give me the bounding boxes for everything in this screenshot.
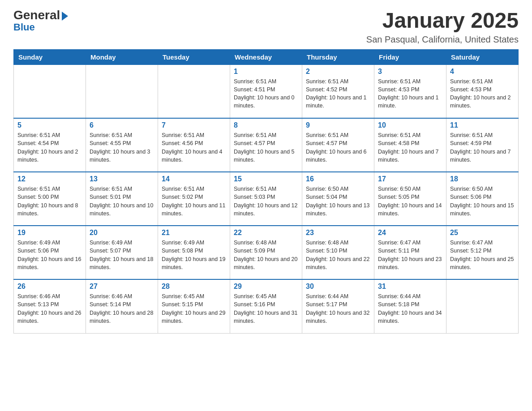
col-saturday: Saturday	[446, 49, 519, 64]
calendar-header-row: Sunday Monday Tuesday Wednesday Thursday…	[14, 49, 519, 64]
day-number: 1	[234, 68, 298, 76]
table-row: 9Sunrise: 6:51 AM Sunset: 4:57 PM Daylig…	[302, 118, 374, 172]
table-row: 16Sunrise: 6:50 AM Sunset: 5:04 PM Dayli…	[302, 172, 374, 226]
table-row: 19Sunrise: 6:49 AM Sunset: 5:06 PM Dayli…	[14, 226, 86, 279]
day-info: Sunrise: 6:51 AM Sunset: 4:59 PM Dayligh…	[450, 131, 515, 164]
table-row: 2Sunrise: 6:51 AM Sunset: 4:52 PM Daylig…	[302, 64, 374, 118]
day-number: 8	[234, 121, 298, 129]
day-number: 4	[450, 68, 515, 76]
day-number: 3	[378, 68, 442, 76]
col-friday: Friday	[374, 49, 446, 64]
calendar-week-row: 1Sunrise: 6:51 AM Sunset: 4:51 PM Daylig…	[14, 64, 519, 118]
table-row: 30Sunrise: 6:44 AM Sunset: 5:17 PM Dayli…	[302, 279, 374, 333]
day-info: Sunrise: 6:47 AM Sunset: 5:12 PM Dayligh…	[450, 239, 515, 271]
day-info: Sunrise: 6:51 AM Sunset: 4:57 PM Dayligh…	[234, 131, 298, 164]
day-info: Sunrise: 6:48 AM Sunset: 5:09 PM Dayligh…	[234, 239, 298, 271]
day-number: 29	[234, 283, 298, 291]
table-row: 22Sunrise: 6:48 AM Sunset: 5:09 PM Dayli…	[230, 226, 302, 279]
table-row: 5Sunrise: 6:51 AM Sunset: 4:54 PM Daylig…	[14, 118, 86, 172]
table-row: 31Sunrise: 6:44 AM Sunset: 5:18 PM Dayli…	[374, 279, 446, 333]
table-row: 18Sunrise: 6:50 AM Sunset: 5:06 PM Dayli…	[446, 172, 519, 226]
day-info: Sunrise: 6:51 AM Sunset: 4:56 PM Dayligh…	[162, 131, 226, 164]
table-row: 1Sunrise: 6:51 AM Sunset: 4:51 PM Daylig…	[230, 64, 302, 118]
table-row: 3Sunrise: 6:51 AM Sunset: 4:53 PM Daylig…	[374, 64, 446, 118]
day-number: 21	[162, 229, 226, 237]
day-info: Sunrise: 6:51 AM Sunset: 5:00 PM Dayligh…	[17, 185, 82, 218]
table-row	[86, 64, 158, 118]
day-info: Sunrise: 6:46 AM Sunset: 5:13 PM Dayligh…	[17, 292, 82, 325]
table-row: 28Sunrise: 6:45 AM Sunset: 5:15 PM Dayli…	[158, 279, 230, 333]
day-number: 6	[90, 121, 154, 129]
calendar-week-row: 19Sunrise: 6:49 AM Sunset: 5:06 PM Dayli…	[14, 226, 519, 279]
day-number: 5	[17, 121, 82, 129]
location-subtitle: San Pasqual, California, United States	[366, 34, 519, 45]
table-row: 8Sunrise: 6:51 AM Sunset: 4:57 PM Daylig…	[230, 118, 302, 172]
day-info: Sunrise: 6:45 AM Sunset: 5:15 PM Dayligh…	[162, 292, 226, 325]
day-info: Sunrise: 6:51 AM Sunset: 4:54 PM Dayligh…	[17, 131, 82, 164]
table-row: 11Sunrise: 6:51 AM Sunset: 4:59 PM Dayli…	[446, 118, 519, 172]
day-number: 18	[450, 175, 515, 183]
day-info: Sunrise: 6:51 AM Sunset: 4:52 PM Dayligh…	[306, 77, 370, 110]
day-number: 20	[90, 229, 154, 237]
day-number: 30	[306, 283, 370, 291]
calendar-week-row: 5Sunrise: 6:51 AM Sunset: 4:54 PM Daylig…	[14, 118, 519, 172]
logo: General Blue	[13, 9, 68, 32]
table-row: 21Sunrise: 6:49 AM Sunset: 5:08 PM Dayli…	[158, 226, 230, 279]
table-row: 24Sunrise: 6:47 AM Sunset: 5:11 PM Dayli…	[374, 226, 446, 279]
table-row: 12Sunrise: 6:51 AM Sunset: 5:00 PM Dayli…	[14, 172, 86, 226]
day-info: Sunrise: 6:46 AM Sunset: 5:14 PM Dayligh…	[90, 292, 154, 325]
col-wednesday: Wednesday	[230, 49, 302, 64]
calendar-week-row: 12Sunrise: 6:51 AM Sunset: 5:00 PM Dayli…	[14, 172, 519, 226]
day-info: Sunrise: 6:49 AM Sunset: 5:06 PM Dayligh…	[17, 239, 82, 271]
day-number: 31	[378, 283, 442, 291]
day-info: Sunrise: 6:51 AM Sunset: 4:53 PM Dayligh…	[378, 77, 442, 110]
col-thursday: Thursday	[302, 49, 374, 64]
day-number: 26	[17, 283, 82, 291]
day-number: 19	[17, 229, 82, 237]
day-info: Sunrise: 6:51 AM Sunset: 4:51 PM Dayligh…	[234, 77, 298, 110]
day-info: Sunrise: 6:49 AM Sunset: 5:08 PM Dayligh…	[162, 239, 226, 271]
day-number: 2	[306, 68, 370, 76]
day-number: 23	[306, 229, 370, 237]
day-number: 17	[378, 175, 442, 183]
day-info: Sunrise: 6:50 AM Sunset: 5:06 PM Dayligh…	[450, 185, 515, 218]
day-info: Sunrise: 6:49 AM Sunset: 5:07 PM Dayligh…	[90, 239, 154, 271]
table-row: 20Sunrise: 6:49 AM Sunset: 5:07 PM Dayli…	[86, 226, 158, 279]
calendar-table: Sunday Monday Tuesday Wednesday Thursday…	[13, 49, 519, 334]
title-block: January 2025 San Pasqual, California, Un…	[366, 9, 519, 45]
day-info: Sunrise: 6:50 AM Sunset: 5:04 PM Dayligh…	[306, 185, 370, 218]
day-info: Sunrise: 6:51 AM Sunset: 5:03 PM Dayligh…	[234, 185, 298, 218]
day-info: Sunrise: 6:48 AM Sunset: 5:10 PM Dayligh…	[306, 239, 370, 271]
day-number: 7	[162, 121, 226, 129]
calendar-week-row: 26Sunrise: 6:46 AM Sunset: 5:13 PM Dayli…	[14, 279, 519, 333]
day-info: Sunrise: 6:51 AM Sunset: 4:53 PM Dayligh…	[450, 77, 515, 110]
day-number: 14	[162, 175, 226, 183]
day-number: 13	[90, 175, 154, 183]
table-row: 17Sunrise: 6:50 AM Sunset: 5:05 PM Dayli…	[374, 172, 446, 226]
table-row	[158, 64, 230, 118]
table-row: 27Sunrise: 6:46 AM Sunset: 5:14 PM Dayli…	[86, 279, 158, 333]
day-number: 9	[306, 121, 370, 129]
day-number: 24	[378, 229, 442, 237]
table-row: 23Sunrise: 6:48 AM Sunset: 5:10 PM Dayli…	[302, 226, 374, 279]
day-info: Sunrise: 6:47 AM Sunset: 5:11 PM Dayligh…	[378, 239, 442, 271]
table-row: 15Sunrise: 6:51 AM Sunset: 5:03 PM Dayli…	[230, 172, 302, 226]
day-info: Sunrise: 6:51 AM Sunset: 4:55 PM Dayligh…	[90, 131, 154, 164]
table-row: 26Sunrise: 6:46 AM Sunset: 5:13 PM Dayli…	[14, 279, 86, 333]
day-number: 12	[17, 175, 82, 183]
table-row: 10Sunrise: 6:51 AM Sunset: 4:58 PM Dayli…	[374, 118, 446, 172]
col-sunday: Sunday	[14, 49, 86, 64]
day-number: 15	[234, 175, 298, 183]
table-row: 29Sunrise: 6:45 AM Sunset: 5:16 PM Dayli…	[230, 279, 302, 333]
day-info: Sunrise: 6:51 AM Sunset: 5:01 PM Dayligh…	[90, 185, 154, 218]
table-row: 25Sunrise: 6:47 AM Sunset: 5:12 PM Dayli…	[446, 226, 519, 279]
day-info: Sunrise: 6:51 AM Sunset: 4:58 PM Dayligh…	[378, 131, 442, 164]
day-number: 25	[450, 229, 515, 237]
page-header: General Blue January 2025 San Pasqual, C…	[13, 9, 519, 45]
table-row: 13Sunrise: 6:51 AM Sunset: 5:01 PM Dayli…	[86, 172, 158, 226]
month-title: January 2025	[366, 9, 519, 33]
logo-text-blue: Blue	[13, 22, 35, 32]
col-monday: Monday	[86, 49, 158, 64]
day-info: Sunrise: 6:44 AM Sunset: 5:17 PM Dayligh…	[306, 292, 370, 325]
table-row: 6Sunrise: 6:51 AM Sunset: 4:55 PM Daylig…	[86, 118, 158, 172]
